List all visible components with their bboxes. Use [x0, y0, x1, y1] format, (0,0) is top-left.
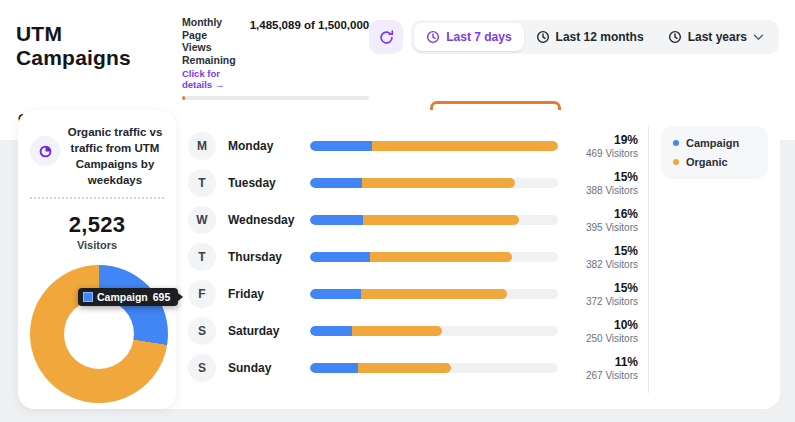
- day-visitors: 372 Visitors: [572, 296, 638, 307]
- weekday-row-saturday: SSaturday10%250 Visitors: [188, 312, 638, 349]
- day-visitors: 250 Visitors: [572, 333, 638, 344]
- day-stats: 15%388 Visitors: [572, 170, 638, 196]
- monthly-views-value: 1,485,089 of 1,500,000: [250, 19, 370, 31]
- day-visitors: 388 Visitors: [572, 185, 638, 196]
- campaign-bar-segment: [310, 252, 370, 262]
- stacked-bar: [310, 289, 558, 299]
- legend-label: Organic: [686, 156, 728, 168]
- click-for-details-link[interactable]: Click for details →: [182, 68, 236, 90]
- donut-chart: Campaign 695: [30, 265, 168, 403]
- clock-icon: [668, 30, 682, 44]
- weekday-row-wednesday: WWednesday16%395 Visitors: [188, 201, 638, 238]
- time-range-selector: Last 7 daysLast 12 monthsLast years: [411, 20, 779, 54]
- campaign-bar-segment: [310, 326, 352, 336]
- campaign-bar-segment: [310, 178, 362, 188]
- donut-chart-title: Organic traffic vs traffic from UTM Camp…: [66, 124, 164, 188]
- total-visitors-label: Visitors: [30, 239, 164, 251]
- campaign-bar-segment: [310, 289, 361, 299]
- stacked-bar: [310, 326, 558, 336]
- time-range-last-7-days[interactable]: Last 7 days: [414, 23, 523, 51]
- day-name: Monday: [228, 139, 310, 153]
- day-letter-badge: T: [188, 243, 216, 271]
- page-header: UTM Campaigns Monthly Page Views Remaini…: [0, 0, 795, 100]
- day-stats: 19%469 Visitors: [572, 133, 638, 159]
- stacked-bar: [310, 363, 558, 373]
- time-range-label: Last 7 days: [446, 30, 511, 44]
- monthly-page-views-widget: Monthly Page Views Remaining Click for d…: [182, 16, 369, 100]
- donut-summary-card: Organic traffic vs traffic from UTM Camp…: [18, 110, 176, 409]
- day-name: Tuesday: [228, 176, 310, 190]
- day-percent: 15%: [572, 170, 638, 184]
- day-name: Thursday: [228, 250, 310, 264]
- day-letter-badge: S: [188, 354, 216, 382]
- organic-bar-segment: [361, 289, 507, 299]
- time-range-last-12-months[interactable]: Last 12 months: [524, 23, 656, 51]
- tooltip-value: 695: [153, 291, 171, 303]
- day-percent: 15%: [572, 244, 638, 258]
- stacked-bar: [310, 252, 558, 262]
- day-percent: 10%: [572, 318, 638, 332]
- day-percent: 16%: [572, 207, 638, 221]
- time-range-label: Last 12 months: [556, 30, 644, 44]
- total-visitors: 2,523 Visitors: [30, 212, 164, 251]
- chart-tooltip: Campaign 695: [78, 288, 178, 306]
- stacked-bar: [310, 141, 558, 151]
- chart-legend: CampaignOrganic: [661, 126, 768, 179]
- weekday-row-sunday: SSunday11%267 Visitors: [188, 349, 638, 386]
- campaign-bar-segment: [310, 215, 363, 225]
- day-percent: 11%: [572, 355, 638, 369]
- day-name: Saturday: [228, 324, 310, 338]
- weekday-row-friday: FFriday15%372 Visitors: [188, 275, 638, 312]
- tooltip-campaign-swatch: [83, 292, 93, 302]
- weekday-row-tuesday: TTuesday15%388 Visitors: [188, 164, 638, 201]
- day-stats: 10%250 Visitors: [572, 318, 638, 344]
- legend-column: CampaignOrganic: [648, 126, 780, 393]
- day-visitors: 382 Visitors: [572, 259, 638, 270]
- main-content: MMonday19%469 VisitorsTTuesday15%388 Vis…: [0, 97, 795, 422]
- day-stats: 11%267 Visitors: [572, 355, 638, 381]
- time-range-label: Last years: [688, 30, 747, 44]
- time-range-last-years[interactable]: Last years: [656, 23, 776, 51]
- legend-item-campaign[interactable]: Campaign: [673, 137, 756, 149]
- weekday-row-monday: MMonday19%469 Visitors: [188, 127, 638, 164]
- tooltip-series-name: Campaign: [97, 291, 148, 303]
- page-title: UTM Campaigns: [16, 22, 158, 70]
- chevron-down-icon: [753, 34, 764, 41]
- organic-bar-segment: [363, 215, 519, 225]
- header-controls: Last 7 daysLast 12 monthsLast years: [369, 20, 779, 54]
- clock-icon: [426, 30, 440, 44]
- legend-item-organic[interactable]: Organic: [673, 156, 756, 168]
- panel-header: Organic traffic vs traffic from UTM Camp…: [30, 124, 164, 199]
- campaign-bar-segment: [310, 363, 358, 373]
- day-name: Friday: [228, 287, 310, 301]
- tooltip-arrow: [178, 293, 183, 301]
- refresh-button[interactable]: [369, 20, 403, 54]
- day-stats: 16%395 Visitors: [572, 207, 638, 233]
- organic-bar-segment: [370, 252, 512, 262]
- organic-bar-segment: [358, 363, 452, 373]
- day-visitors: 267 Visitors: [572, 370, 638, 381]
- day-stats: 15%372 Visitors: [572, 281, 638, 307]
- day-name: Sunday: [228, 361, 310, 375]
- day-name: Wednesday: [228, 213, 310, 227]
- monthly-views-label: Monthly Page Views Remaining: [182, 16, 236, 66]
- day-percent: 15%: [572, 281, 638, 295]
- clock-icon: [536, 30, 550, 44]
- organic-bar-segment: [362, 178, 515, 188]
- total-visitors-value: 2,523: [30, 212, 164, 238]
- day-visitors: 469 Visitors: [572, 148, 638, 159]
- utm-campaigns-page: UTM Campaigns Monthly Page Views Remaini…: [0, 0, 795, 422]
- refresh-icon: [378, 29, 395, 46]
- legend-label: Campaign: [686, 137, 739, 149]
- pie-chart-icon: [30, 136, 60, 166]
- stacked-bar: [310, 215, 558, 225]
- day-visitors: 395 Visitors: [572, 222, 638, 233]
- day-letter-badge: T: [188, 169, 216, 197]
- day-letter-badge: S: [188, 317, 216, 345]
- organic-bar-segment: [372, 141, 558, 151]
- day-letter-badge: F: [188, 280, 216, 308]
- campaign-bar-segment: [310, 141, 372, 151]
- day-stats: 15%382 Visitors: [572, 244, 638, 270]
- weekday-row-thursday: TThursday15%382 Visitors: [188, 238, 638, 275]
- donut-hole: [64, 299, 134, 369]
